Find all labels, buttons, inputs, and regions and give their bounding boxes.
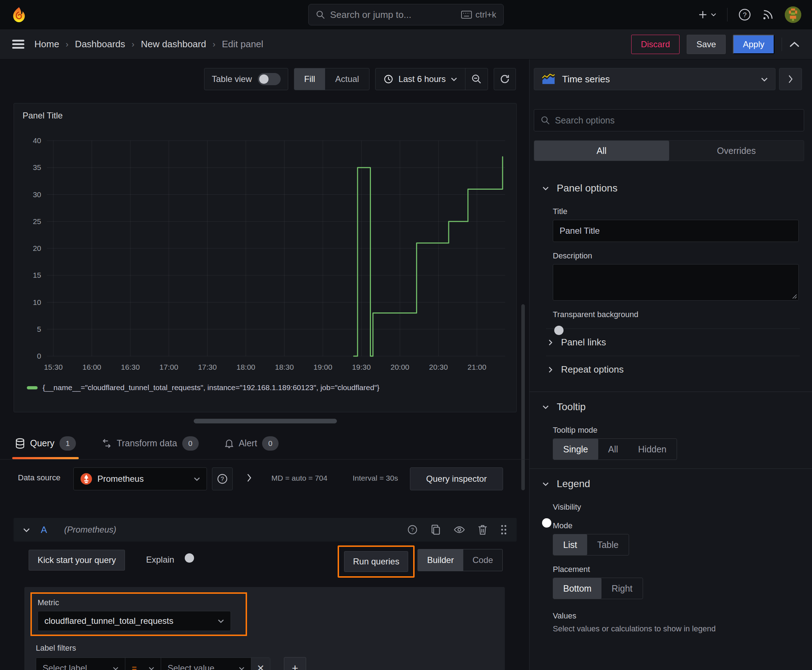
global-search-box[interactable]: Search or jump to... ctrl+k xyxy=(308,4,504,25)
series-color-marker[interactable] xyxy=(27,386,37,389)
panel-title: Panel Title xyxy=(14,103,516,121)
save-button[interactable]: Save xyxy=(687,35,726,54)
panel-edit-main: Table view Fill Actual Last 6 hours xyxy=(0,59,529,670)
chevron-down-icon xyxy=(149,667,154,670)
zoom-out-button[interactable] xyxy=(465,68,488,90)
tooltip-mode-label: Tooltip mode xyxy=(553,426,812,435)
query-inspector-button[interactable]: Query inspector xyxy=(410,467,503,490)
query-help-icon[interactable]: ? xyxy=(407,524,418,535)
svg-text:35: 35 xyxy=(33,163,41,171)
datasource-select[interactable]: Prometheus xyxy=(73,467,207,490)
toggle-visibility-icon[interactable] xyxy=(454,525,465,535)
grafana-logo-icon[interactable] xyxy=(11,7,27,23)
legend-header[interactable]: Legend xyxy=(529,469,812,493)
query-toolbar: Kick start your query Explain Run querie… xyxy=(14,545,517,585)
operator-value: = xyxy=(132,663,144,670)
legend-mode-list[interactable]: List xyxy=(553,535,587,555)
vertical-scrollbar[interactable] xyxy=(521,304,525,490)
help-icon[interactable]: ? xyxy=(738,8,751,21)
drag-handle-icon[interactable] xyxy=(500,524,507,535)
legend-visibility-label: Visibility xyxy=(553,503,812,512)
select-label-dropdown[interactable]: Select label xyxy=(36,658,125,670)
collapse-pane-button[interactable] xyxy=(779,68,802,90)
panel-options-header[interactable]: Panel options xyxy=(529,173,812,198)
repeat-options-section[interactable]: Repeat options xyxy=(529,356,812,383)
select-value-dropdown[interactable]: Select value xyxy=(161,658,251,670)
max-datapoints-info: MD = auto = 704 xyxy=(271,474,327,482)
options-search-box[interactable] xyxy=(534,109,804,131)
series-label[interactable]: {__name__="cloudflared_tunnel_total_requ… xyxy=(42,383,380,392)
legend-placement-right[interactable]: Right xyxy=(602,578,642,599)
news-rss-icon[interactable] xyxy=(762,8,774,21)
svg-text:17:30: 17:30 xyxy=(198,363,217,371)
run-queries-button[interactable]: Run queries xyxy=(344,551,408,572)
keyboard-icon xyxy=(461,11,472,19)
tab-transform-data[interactable]: Transform data 0 xyxy=(100,427,200,459)
kick-start-query-button[interactable]: Kick start your query xyxy=(29,550,125,570)
clock-icon xyxy=(383,74,393,84)
expand-options-icon[interactable] xyxy=(246,473,252,482)
discard-button[interactable]: Discard xyxy=(631,35,680,54)
panel-links-section[interactable]: Panel links xyxy=(529,329,812,356)
builder-option[interactable]: Builder xyxy=(418,549,463,571)
search-placeholder: Search or jump to... xyxy=(330,9,456,20)
datasource-help-button[interactable]: ? xyxy=(212,467,233,490)
panel-title-input[interactable] xyxy=(553,220,799,242)
query-row-header[interactable]: A (Prometheus) ? xyxy=(14,518,517,541)
tooltip-mode-hidden[interactable]: Hidden xyxy=(628,439,676,460)
duplicate-query-icon[interactable] xyxy=(431,524,441,535)
fill-actual-segment: Fill Actual xyxy=(294,68,370,90)
time-range-picker[interactable]: Last 6 hours xyxy=(376,68,465,90)
metric-value: cloudflared_tunnel_total_requests xyxy=(44,616,212,626)
code-option[interactable]: Code xyxy=(463,549,502,571)
table-view-toggle[interactable] xyxy=(258,73,281,85)
svg-text:18:00: 18:00 xyxy=(236,363,255,371)
refresh-button[interactable] xyxy=(494,68,516,90)
menu-hamburger-icon[interactable] xyxy=(12,40,24,49)
svg-text:?: ? xyxy=(743,11,747,19)
time-series-chart[interactable]: 051015202530354015:3016:0016:3017:0017:3… xyxy=(18,130,512,372)
legend-values-hint: Select values or calculations to show in… xyxy=(553,624,812,633)
label-filter-row: Select label = Select value ✕ + xyxy=(36,657,306,670)
tab-overrides[interactable]: Overrides xyxy=(669,140,804,161)
actual-option[interactable]: Actual xyxy=(325,68,369,90)
visualization-picker[interactable]: Time series xyxy=(534,68,775,90)
legend-mode-segment: List Table xyxy=(553,534,629,555)
resize-grip-icon[interactable] xyxy=(791,293,797,299)
add-new-button[interactable] xyxy=(698,9,716,20)
delete-query-icon[interactable] xyxy=(478,524,487,535)
tooltip-header[interactable]: Tooltip xyxy=(529,392,812,416)
tab-transform-label: Transform data xyxy=(117,438,177,448)
active-tab-underline xyxy=(12,457,79,459)
metric-select[interactable]: cloudflared_tunnel_total_requests xyxy=(37,611,231,631)
pane-resize-handle[interactable] xyxy=(194,419,337,423)
description-textarea[interactable] xyxy=(553,264,799,301)
legend-placement-bottom[interactable]: Bottom xyxy=(553,578,602,599)
visualization-name: Time series xyxy=(562,74,754,85)
chevron-down-icon xyxy=(542,482,549,486)
builder-code-segment: Builder Code xyxy=(417,549,503,571)
chevron-down-icon[interactable] xyxy=(23,528,30,532)
breadcrumb-dashboards[interactable]: Dashboards xyxy=(75,39,125,50)
tab-alert[interactable]: Alert 0 xyxy=(223,427,280,459)
remove-filter-button[interactable]: ✕ xyxy=(251,658,270,670)
breadcrumb-new-dashboard[interactable]: New dashboard xyxy=(141,39,206,50)
breadcrumb-home[interactable]: Home xyxy=(34,39,59,50)
add-filter-button[interactable]: + xyxy=(284,657,306,670)
tooltip-mode-segment: Single All Hidden xyxy=(553,438,677,460)
fill-option[interactable]: Fill xyxy=(294,68,325,90)
svg-text:?: ? xyxy=(411,527,414,533)
tooltip-mode-single[interactable]: Single xyxy=(553,439,598,460)
tab-query[interactable]: Query 1 xyxy=(14,427,77,459)
legend-mode-table[interactable]: Table xyxy=(587,535,629,555)
tooltip-mode-all[interactable]: All xyxy=(598,439,628,460)
user-avatar[interactable] xyxy=(785,7,801,23)
explain-label: Explain xyxy=(146,555,175,565)
options-search-input[interactable] xyxy=(555,115,797,126)
collapse-up-icon[interactable] xyxy=(789,41,800,48)
apply-button[interactable]: Apply xyxy=(733,35,775,54)
tab-all[interactable]: All xyxy=(534,140,669,161)
svg-text:15:30: 15:30 xyxy=(44,363,63,371)
query-count-badge: 1 xyxy=(59,436,76,451)
operator-dropdown[interactable]: = xyxy=(125,658,161,670)
